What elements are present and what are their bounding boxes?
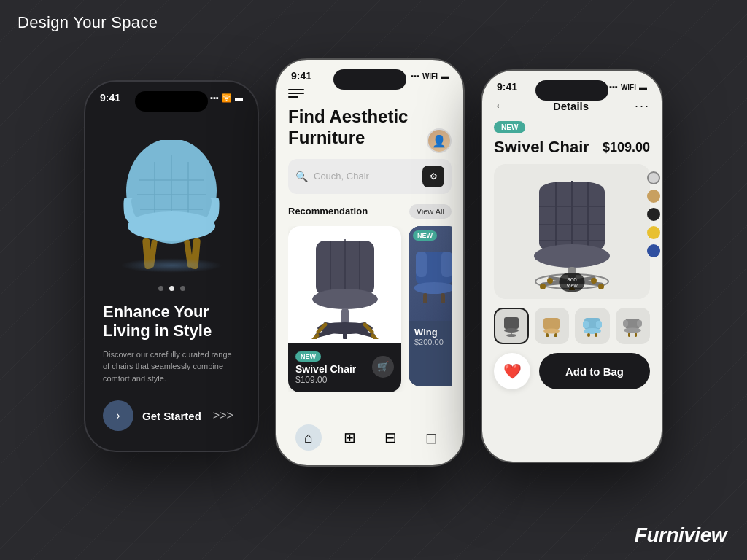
signal-icon-3: ▪▪▪: [609, 82, 618, 91]
svg-point-51: [591, 278, 597, 284]
dynamic-island-3: [535, 80, 608, 101]
svg-point-31: [414, 282, 452, 294]
thumbnail-2[interactable]: [535, 308, 570, 344]
color-options: [647, 171, 660, 257]
wing-chair-img: [412, 244, 452, 303]
product-cards: NEW Swivel Chair $109.00 🛒: [288, 226, 452, 392]
product-details-1: NEW Swivel Chair $109.00: [295, 349, 356, 385]
thumb-chair-3: [581, 315, 603, 337]
back-button[interactable]: ←: [494, 98, 507, 114]
nav-bag[interactable]: ◻: [418, 424, 444, 451]
time-2: 9:41: [291, 70, 311, 82]
svg-rect-69: [637, 320, 642, 327]
svg-rect-66: [595, 333, 597, 337]
view-all-button[interactable]: View All: [409, 204, 452, 219]
title-line1: Find Aesthetic: [288, 106, 408, 126]
nav-home[interactable]: ⌂: [295, 424, 322, 451]
filter-button[interactable]: ⚙: [422, 166, 444, 187]
phone-listing: 9:41 ▪▪▪ WiFi ▬ 👤 Find Aesthetic Furnitu…: [275, 58, 465, 467]
svg-line-24: [311, 335, 317, 339]
more-options-button[interactable]: ···: [635, 98, 650, 114]
thumbnail-4[interactable]: [616, 308, 651, 344]
svg-point-49: [598, 284, 604, 289]
product-card-swivel[interactable]: NEW Swivel Chair $109.00 🛒: [288, 226, 401, 392]
status-icons-3: ▪▪▪ WiFi ▬: [609, 82, 647, 91]
thumbnail-row: [494, 308, 650, 344]
add-to-bag-button[interactable]: Add to Bag: [539, 353, 650, 389]
svg-rect-62: [583, 321, 589, 328]
svg-rect-60: [554, 333, 557, 337]
svg-point-16: [312, 289, 378, 309]
wifi-icon: 🛜: [222, 93, 232, 103]
svg-point-58: [543, 329, 560, 334]
brand-name: Furniview: [635, 524, 727, 547]
dynamic-island-1: [135, 91, 208, 112]
action-row: ❤️ Add to Bag: [494, 353, 650, 389]
menu-line-2: [288, 93, 304, 94]
svg-point-54: [504, 328, 519, 332]
detail-new-badge: NEW: [494, 121, 525, 133]
product-card-img-1: [288, 226, 401, 343]
svg-rect-33: [441, 293, 445, 303]
btn-circle-icon: ›: [103, 400, 133, 431]
product-detail-price: $109.00: [603, 140, 650, 155]
search-placeholder: Couch, Chair: [314, 171, 417, 182]
color-gray[interactable]: [647, 171, 660, 184]
cart-button-1[interactable]: 🛒: [372, 356, 394, 378]
battery-icon-3: ▬: [639, 82, 647, 91]
color-brown[interactable]: [647, 190, 660, 203]
time-3: 9:41: [497, 81, 517, 93]
color-black[interactable]: [647, 208, 660, 221]
svg-rect-30: [441, 252, 452, 277]
get-started-button[interactable]: › Get Started >>>: [103, 400, 233, 431]
nav-bed[interactable]: ⊟: [377, 424, 403, 451]
chair-shadow: [120, 258, 222, 273]
like-button[interactable]: ❤️: [494, 353, 530, 389]
time-1: 9:41: [100, 92, 120, 104]
svg-line-25: [373, 335, 379, 339]
product-header-row: Swivel Chair $109.00: [494, 138, 650, 157]
phone-splash: 9:41 ▪▪▪ 🛜 ▬: [84, 80, 259, 452]
product-card-info-1: NEW Swivel Chair $109.00 🛒: [288, 343, 401, 392]
product-image-area: 360 View: [494, 164, 650, 299]
dynamic-island-2: [333, 69, 406, 90]
thumb-chair-4: [622, 315, 643, 337]
svg-rect-57: [543, 318, 560, 330]
svg-point-64: [584, 328, 601, 334]
svg-rect-68: [623, 320, 628, 327]
user-avatar[interactable]: 👤: [427, 128, 452, 153]
menu-line-1: [288, 89, 304, 90]
product-card-wing[interactable]: NEW Wing $200.00: [409, 226, 452, 386]
search-icon: 🔍: [295, 171, 308, 182]
btn-arrows-icon: >>>: [213, 409, 233, 422]
battery-icon-2: ▬: [441, 71, 449, 80]
thumbnail-3[interactable]: [575, 308, 610, 344]
svg-rect-29: [416, 252, 427, 277]
phone3-content: NEW Swivel Chair $109.00: [482, 120, 662, 389]
thumbnail-1[interactable]: [494, 308, 529, 344]
svg-rect-53: [504, 317, 519, 329]
svg-rect-59: [546, 333, 549, 337]
svg-point-7: [128, 211, 215, 241]
menu-icon[interactable]: [288, 89, 452, 98]
add-to-bag-label: Add to Bag: [565, 365, 624, 378]
color-yellow[interactable]: [647, 226, 660, 239]
phone1-subtext: Discover our carefully curated range of …: [103, 349, 240, 385]
page-title: Design Your Space: [18, 13, 158, 32]
svg-rect-63: [596, 321, 602, 328]
svg-rect-17: [341, 308, 349, 324]
product-name-1: Swivel Chair: [295, 363, 356, 375]
status-icons-1: ▪▪▪ 🛜 ▬: [210, 93, 243, 103]
new-badge-1: NEW: [295, 351, 321, 362]
color-blue[interactable]: [647, 244, 660, 257]
svg-point-40: [534, 244, 610, 268]
detail-screen-title: Details: [553, 100, 589, 112]
svg-point-48: [540, 284, 546, 289]
nav-grid[interactable]: ⊞: [336, 424, 363, 451]
search-bar[interactable]: 🔍 Couch, Chair ⚙: [288, 159, 452, 194]
swivel-chair-img: [298, 230, 392, 339]
view-label: View: [566, 283, 577, 288]
signal-icon: ▪▪▪: [210, 93, 219, 102]
new-badge-2: NEW: [413, 230, 437, 241]
view-360-button[interactable]: 360 View: [559, 273, 584, 292]
